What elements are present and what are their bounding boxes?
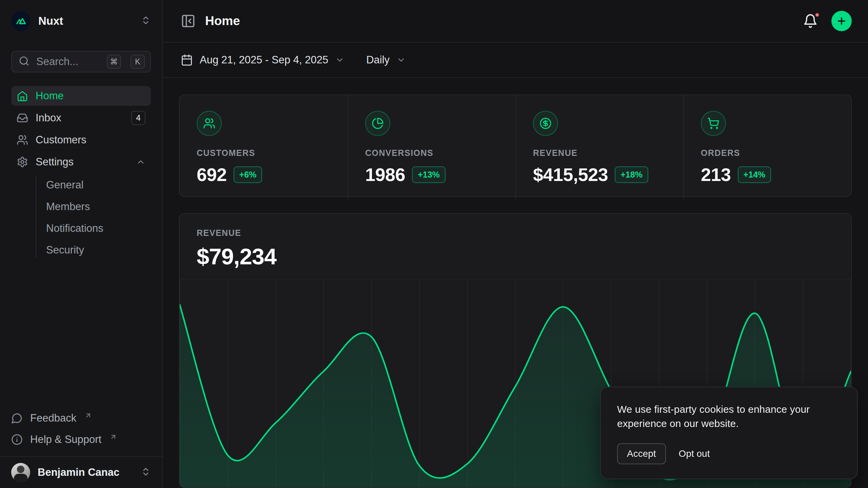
users-icon [17,134,28,146]
inbox-count-badge: 4 [131,111,145,125]
org-switcher[interactable]: Nuxt [11,10,151,32]
stat-conversions: CONVERSIONS 1986 +13% [348,95,515,201]
sidebar-item-settings[interactable]: Settings [11,152,151,172]
stat-customers: CUSTOMERS 692 +6% [180,95,348,201]
plus-icon [836,16,847,26]
stat-revenue: REVENUE $415,523 +18% [515,95,683,201]
sidebar-item-security[interactable]: Security [46,239,151,261]
inbox-icon [17,112,28,124]
sidebar-nav: Home Inbox 4 Customers Settings [11,86,151,263]
help-support-label: Help & Support [30,433,101,446]
sidebar-item-label: Inbox [36,112,124,124]
filter-toolbar: Aug 21, 2025 - Sep 4, 2025 Daily [163,43,868,78]
calendar-icon [181,54,193,66]
user-name: Benjamin Canac [38,466,133,479]
revenue-chart-header: REVENUE $79,234 [180,214,851,269]
search-input[interactable]: Search... ⌘ K [11,51,151,73]
external-link-icon [84,410,92,422]
user-avatar [11,463,30,482]
stat-orders: ORDERS 213 +14% [683,95,851,201]
feedback-label: Feedback [30,412,76,424]
stat-label: CUSTOMERS [197,148,331,158]
stat-delta-badge: +13% [412,166,446,183]
stat-delta-badge: +18% [615,166,648,183]
stat-label: REVENUE [533,148,666,158]
revenue-chart-value: $79,234 [197,243,834,269]
chevron-down-icon [335,55,344,65]
feedback-link[interactable]: Feedback [11,407,151,429]
chevron-up-icon [136,157,145,167]
revenue-chart-label: REVENUE [197,228,834,238]
sidebar-item-label: Settings [36,156,129,168]
stat-value: 1986 [365,164,405,185]
users-icon [197,111,222,136]
shopping-cart-icon [701,111,726,136]
sidebar-item-members[interactable]: Members [46,196,151,218]
stat-value: 213 [701,164,731,185]
period-value: Daily [366,54,390,66]
user-menu[interactable]: Benjamin Canac [11,463,151,482]
notifications-button[interactable] [803,14,818,28]
period-select[interactable]: Daily [366,54,406,66]
panel-left-close-icon [181,14,196,28]
collapse-sidebar-button[interactable] [181,14,196,28]
stat-label: ORDERS [701,148,834,158]
org-name: Nuxt [38,15,133,27]
stat-delta-badge: +14% [738,166,771,183]
sidebar-item-customers[interactable]: Customers [11,130,151,150]
add-button[interactable] [831,11,852,31]
sidebar-item-label: Home [36,90,145,102]
home-icon [17,90,28,102]
stat-value: $415,523 [533,164,608,185]
stat-delta-badge: +6% [234,166,262,183]
kbd-k: K [131,55,145,69]
chevrons-up-down-icon [141,467,151,478]
sidebar-item-notifications[interactable]: Notifications [46,218,151,239]
help-support-link[interactable]: Help & Support [11,429,151,450]
chevron-down-icon [396,55,406,65]
sidebar-spacer [0,263,162,407]
sidebar-item-inbox[interactable]: Inbox 4 [11,108,151,128]
message-bubble-icon [11,412,23,424]
info-circle-icon [11,434,23,445]
accept-button[interactable]: Accept [617,443,666,464]
sidebar-footer-links: Feedback Help & Support [11,407,151,450]
external-link-icon [110,431,117,443]
notification-dot [814,12,821,18]
sidebar: Nuxt Search... ⌘ K Home [0,0,163,488]
stats-card: CUSTOMERS 692 +6% CONVERSIONS 1986 +13% [179,95,852,197]
topbar: Home [163,0,868,43]
stat-label: CONVERSIONS [365,148,498,158]
opt-out-button[interactable]: Opt out [677,444,712,464]
sidebar-user-section: Benjamin Canac [0,456,162,488]
dollar-circle-icon [533,111,558,136]
sidebar-item-general[interactable]: General [46,174,151,196]
settings-sub-list: General Members Notifications Security [11,174,151,261]
pie-chart-icon [365,111,390,136]
cookie-banner: We use first-party cookies to enhance yo… [600,387,858,479]
date-range-value: Aug 21, 2025 - Sep 4, 2025 [200,54,328,66]
sidebar-item-label: Customers [36,134,145,146]
kbd-meta: ⌘ [107,55,121,69]
date-range-picker[interactable]: Aug 21, 2025 - Sep 4, 2025 [181,54,344,66]
search-placeholder: Search... [36,56,100,68]
chevrons-up-down-icon [141,15,151,27]
cookie-message: We use first-party cookies to enhance yo… [617,402,834,430]
sidebar-item-home[interactable]: Home [11,86,151,106]
nuxt-logo-icon [11,11,31,31]
gear-icon [17,156,28,168]
page-title: Home [205,14,240,28]
search-icon [19,56,29,68]
stat-value: 692 [197,164,227,185]
